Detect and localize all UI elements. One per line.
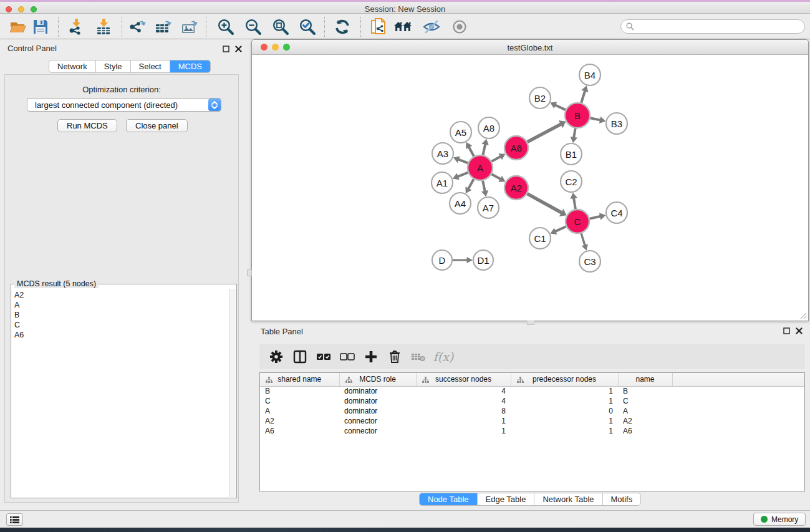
show-column-panel-button[interactable] bbox=[288, 347, 312, 366]
tab-motifs[interactable]: Motifs bbox=[603, 493, 641, 505]
import-table-button[interactable] bbox=[94, 17, 113, 36]
import-network-button[interactable] bbox=[67, 17, 85, 36]
graph-edge-A-A3[interactable] bbox=[458, 159, 468, 163]
graph-edge-B-B4[interactable] bbox=[581, 90, 585, 103]
deselect-all-columns-button[interactable] bbox=[335, 347, 359, 366]
session-title: Session: New Session bbox=[0, 4, 810, 14]
mcds-result-item[interactable]: A bbox=[14, 300, 229, 310]
graph-edge-A-A7[interactable] bbox=[483, 181, 485, 191]
hide-selected-button[interactable] bbox=[422, 17, 441, 36]
vertical-splitter-handle[interactable] bbox=[247, 269, 252, 276]
table-row[interactable]: Bdominator41B bbox=[260, 386, 805, 396]
duplicate-network-button[interactable] bbox=[369, 17, 388, 36]
tab-network-table[interactable]: Network Table bbox=[534, 493, 602, 505]
column-header-successor-nodes[interactable]: successor nodes bbox=[416, 373, 511, 386]
tab-network[interactable]: Network bbox=[49, 60, 96, 72]
home-layout-button[interactable] bbox=[393, 17, 412, 36]
column-header-shared-name[interactable]: shared name bbox=[260, 373, 339, 386]
task-history-button[interactable] bbox=[6, 513, 23, 526]
open-session-button[interactable] bbox=[9, 17, 27, 36]
graph-edge-A-A6[interactable] bbox=[491, 157, 501, 162]
function-builder-button[interactable]: f(x) bbox=[430, 347, 454, 366]
column-header-MCDS-role[interactable]: MCDS role bbox=[339, 373, 416, 386]
tab-mcds[interactable]: MCDS bbox=[170, 60, 210, 72]
graph-edge-A-A2[interactable] bbox=[491, 174, 501, 179]
network-view-window: testGlobe.txt B4B2BB3A8A5A6A3B1AC2A1A2A4… bbox=[251, 39, 809, 321]
table-settings-button[interactable] bbox=[264, 347, 288, 366]
zoom-out-button[interactable] bbox=[244, 17, 263, 36]
node-table-grid[interactable]: shared nameMCDS rolesuccessor nodesprede… bbox=[260, 373, 805, 436]
graph-edge-C-C1[interactable] bbox=[555, 226, 566, 231]
zoom-selected-button[interactable] bbox=[298, 17, 317, 36]
network-window-titlebar[interactable]: testGlobe.txt bbox=[252, 40, 808, 55]
select-all-columns-button[interactable] bbox=[312, 347, 335, 366]
delete-table-button[interactable] bbox=[407, 347, 430, 366]
node-label-A8: A8 bbox=[483, 123, 494, 133]
tab-select[interactable]: Select bbox=[131, 60, 170, 72]
status-bar bbox=[0, 510, 810, 528]
network-graph-canvas[interactable]: B4B2BB3A8A5A6A3B1AC2A1A2A4A7C4CC1DD1C3 bbox=[252, 55, 808, 321]
export-table-button[interactable] bbox=[154, 17, 173, 36]
table-row[interactable]: A2connector11A2 bbox=[260, 416, 805, 426]
export-image-button[interactable] bbox=[180, 17, 199, 36]
table-cell: 0 bbox=[511, 406, 618, 416]
zoom-in-button[interactable] bbox=[216, 17, 235, 36]
run-mcds-button[interactable]: Run MCDS bbox=[57, 119, 117, 132]
node-label-A2: A2 bbox=[511, 183, 522, 193]
horizontal-splitter-handle[interactable] bbox=[527, 321, 534, 325]
import-table-icon bbox=[95, 18, 112, 36]
edge-arrowhead bbox=[467, 257, 473, 263]
column-header-name[interactable]: name bbox=[618, 373, 672, 386]
graph-edge-C-C4[interactable] bbox=[590, 216, 601, 219]
table-cell: 1 bbox=[511, 426, 618, 436]
app-titlebar: Session: New Session bbox=[0, 2, 810, 14]
delete-column-button[interactable] bbox=[383, 347, 407, 366]
zoom-fit-icon bbox=[272, 18, 289, 36]
refresh-view-button[interactable] bbox=[333, 17, 352, 36]
close-panel-button[interactable]: Close panel bbox=[126, 119, 188, 132]
graph-edge-B-B1[interactable] bbox=[574, 128, 575, 138]
criterion-dropdown[interactable]: largest connected component (directed) bbox=[27, 98, 221, 112]
graph-edge-A-A1[interactable] bbox=[458, 173, 468, 177]
export-network-button[interactable] bbox=[128, 17, 147, 36]
zoom-fit-button[interactable] bbox=[271, 17, 290, 36]
create-column-button[interactable] bbox=[359, 347, 383, 366]
table-row[interactable]: Adominator80A bbox=[260, 406, 805, 416]
search-input[interactable] bbox=[637, 21, 804, 32]
mcds-result-item[interactable]: A6 bbox=[14, 330, 229, 340]
mcds-result-list[interactable]: A2ABCA6 bbox=[12, 289, 229, 497]
window-resize-grip[interactable] bbox=[799, 312, 807, 319]
tab-node-table[interactable]: Node Table bbox=[420, 493, 478, 505]
graph-edge-A-A5[interactable] bbox=[469, 147, 474, 156]
graph-edge-A-A4[interactable] bbox=[468, 179, 474, 189]
float-panel-icon[interactable] bbox=[783, 327, 790, 334]
memory-button[interactable]: Memory bbox=[753, 513, 806, 526]
show-all-button[interactable] bbox=[450, 17, 469, 36]
search-field[interactable] bbox=[620, 19, 805, 34]
table-cell: A bbox=[618, 406, 672, 416]
graph-edge-C-C3[interactable] bbox=[581, 233, 585, 246]
gear-icon bbox=[269, 350, 283, 364]
column-header-predecessor-nodes[interactable]: predecessor nodes bbox=[511, 373, 618, 386]
graph-edge-A-A8[interactable] bbox=[483, 144, 485, 155]
mcds-result-item[interactable]: C bbox=[14, 320, 229, 330]
table-row[interactable]: Cdominator41C bbox=[260, 396, 805, 406]
graph-edge-B-B2[interactable] bbox=[555, 105, 566, 110]
table-row[interactable]: A6connector11A6 bbox=[260, 426, 805, 436]
node-label-B1: B1 bbox=[566, 149, 577, 160]
graph-edge-A2-C[interactable] bbox=[528, 194, 562, 213]
node-label-A7: A7 bbox=[483, 203, 494, 213]
table-cell: 8 bbox=[416, 406, 511, 416]
mcds-result-item[interactable]: A2 bbox=[14, 290, 229, 300]
tab-style[interactable]: Style bbox=[96, 60, 131, 72]
graph-edge-A6-B[interactable] bbox=[528, 124, 561, 142]
graph-edge-C-C2[interactable] bbox=[574, 198, 576, 209]
float-panel-icon[interactable] bbox=[223, 46, 229, 52]
mcds-list-scrollbar[interactable] bbox=[229, 289, 236, 497]
mcds-result-item[interactable]: B bbox=[14, 310, 229, 320]
close-panel-icon[interactable] bbox=[235, 46, 242, 52]
save-session-button[interactable] bbox=[31, 17, 50, 36]
tab-edge-table[interactable]: Edge Table bbox=[478, 493, 535, 505]
close-panel-icon[interactable] bbox=[796, 327, 803, 334]
graph-edge-B-B3[interactable] bbox=[591, 118, 600, 120]
